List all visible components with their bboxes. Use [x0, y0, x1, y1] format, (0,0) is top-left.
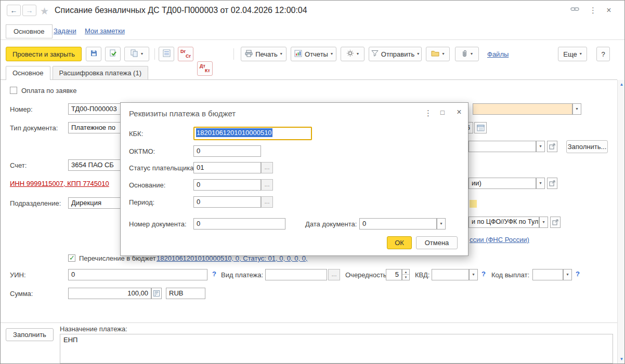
period-ellipsis-button[interactable]: ... — [261, 196, 273, 208]
nav-link-tasks[interactable]: Задачи — [54, 27, 76, 35]
kbk-selected-text: 18201061201010000510 — [196, 128, 272, 137]
reports-button[interactable]: Отчеты ▾ — [291, 47, 336, 61]
highlight-fragment — [470, 200, 477, 208]
fns-link[interactable]: ссии (ФНС России) — [470, 236, 529, 244]
treasury-account-field[interactable]: и по ЦФО//УФК по Тульско — [468, 217, 539, 228]
link-icon[interactable] — [569, 6, 580, 14]
open-icon[interactable] — [550, 217, 561, 228]
print-button[interactable]: Печать ▾ — [241, 47, 287, 61]
kbk-label: КБК: — [129, 130, 143, 138]
kvd-field[interactable] — [432, 269, 469, 280]
uin-help[interactable]: ? — [212, 270, 216, 278]
pay-by-request-checkbox[interactable] — [10, 87, 17, 94]
spin-down-icon[interactable]: ▼ — [402, 275, 409, 280]
priority-stepper[interactable]: ▲ ▼ — [402, 269, 410, 280]
scroll-down-icon[interactable]: ▼ — [618, 356, 625, 363]
register-list-icon — [163, 49, 171, 59]
close-icon[interactable]: × — [605, 6, 613, 15]
dropdown-icon[interactable]: ▾ — [437, 218, 446, 230]
dialog-more-icon[interactable]: ⋮ — [424, 109, 431, 118]
payer-status-ellipsis-button[interactable]: ... — [261, 162, 273, 173]
files-link[interactable]: Файлы — [487, 50, 509, 58]
more-actions-button[interactable]: Еще ▾ — [558, 47, 587, 61]
fill-purpose-button[interactable]: Заполнить — [6, 328, 54, 341]
post-document-button[interactable] — [105, 47, 121, 61]
tab-payment-breakdown[interactable]: Расшифровка платежа (1) — [53, 66, 148, 79]
dropdown-icon[interactable]: ▾ — [536, 178, 545, 189]
payout-code-help[interactable]: ? — [576, 270, 580, 278]
nav-section-main[interactable]: Основное — [6, 24, 53, 38]
dropdown-icon[interactable]: ▾ — [563, 269, 572, 280]
oktmo-field[interactable]: 0 — [193, 145, 261, 157]
budget-requisites-dialog: Реквизиты платежа в бюджет ⋮ □ × КБК: 18… — [120, 102, 468, 256]
report-icon — [294, 50, 302, 59]
payment-kind-ellipsis-button[interactable]: ... — [328, 269, 340, 280]
fill-requisites-button[interactable]: Заполнить... — [566, 140, 608, 153]
payment-kind-label: Вид платежа: — [221, 271, 263, 279]
send-button[interactable]: Отправить ▾ — [369, 47, 422, 61]
payout-code-field[interactable] — [532, 269, 563, 280]
dropdown-icon: ▾ — [357, 52, 359, 56]
kvd-help[interactable]: ? — [481, 270, 486, 278]
folder-button[interactable]: ▾ — [426, 47, 450, 61]
dialog-close-icon[interactable]: × — [455, 107, 463, 117]
period-field[interactable]: 0 — [193, 196, 261, 208]
scroll-up-icon[interactable]: ▲ — [618, 81, 625, 88]
calculator-icon[interactable] — [151, 288, 162, 299]
favorite-star-icon[interactable]: ★ — [40, 5, 49, 17]
recipient-combo-field[interactable] — [473, 103, 572, 115]
drcr-icon: Dr — [180, 49, 186, 54]
basis-field[interactable]: 0 — [193, 179, 261, 191]
more-menu-icon[interactable]: ⋮ — [589, 6, 596, 15]
dropdown-icon: ▾ — [417, 52, 419, 56]
dropdown-icon[interactable]: ▾ — [469, 269, 478, 280]
nav-link-notes[interactable]: Мои заметки — [85, 27, 125, 35]
settings-button[interactable]: ▾ — [341, 47, 364, 61]
save-button[interactable] — [86, 47, 101, 61]
kbk-field[interactable]: 18201061201010000510 — [193, 127, 312, 140]
inn-kpp-link[interactable]: ИНН 9999115007, КПП 7745010 — [10, 180, 109, 187]
doc-date-field[interactable]: 0 — [359, 218, 437, 230]
back-button[interactable]: ← — [7, 5, 21, 16]
doc-number-field[interactable]: 0 — [193, 218, 285, 230]
contract-field[interactable] — [468, 141, 536, 152]
amount-field[interactable]: 100,00 — [68, 288, 151, 299]
currency-field[interactable]: RUB — [166, 288, 205, 299]
priority-field[interactable]: 5 — [386, 269, 402, 280]
cancel-button[interactable]: Отмена — [416, 236, 458, 249]
forward-button[interactable]: → — [22, 5, 36, 16]
basis-ellipsis-button[interactable]: ... — [261, 179, 273, 191]
amount-label: Сумма: — [10, 290, 33, 298]
vertical-scrollbar[interactable]: ▲ ▼ — [617, 80, 625, 364]
payer-status-field[interactable]: 01 — [193, 162, 261, 173]
dropdown-icon[interactable]: ▾ — [572, 103, 581, 115]
spin-up-icon[interactable]: ▲ — [402, 269, 409, 275]
open-icon[interactable] — [547, 141, 557, 152]
recipient-bank-field[interactable]: ии) — [468, 178, 536, 189]
help-button[interactable]: ? — [596, 47, 610, 61]
doc-type-label: Тип документа: — [10, 124, 58, 132]
calendar-icon[interactable] — [474, 122, 487, 133]
open-icon[interactable] — [547, 178, 557, 189]
post-and-close-button[interactable]: Провести и закрыть — [6, 47, 82, 61]
create-based-on-button[interactable]: ▾ — [124, 47, 149, 61]
pay-by-request-label: Оплата по заявке — [21, 87, 76, 95]
register-records-button[interactable] — [159, 47, 174, 61]
dropdown-icon: ▾ — [280, 52, 282, 56]
gear-icon — [346, 49, 354, 59]
paperclip-icon — [461, 49, 468, 59]
app-window: ← → ★ Списание безналичных ДС ТД00-П0000… — [0, 0, 625, 364]
dropdown-icon[interactable]: ▾ — [536, 141, 545, 152]
purpose-textarea[interactable]: ЕНП — [60, 334, 613, 363]
toolbar-separator — [233, 48, 234, 60]
uin-field[interactable]: 0 — [68, 269, 207, 280]
payment-kind-field[interactable] — [265, 269, 327, 280]
ok-button[interactable]: ОК — [387, 236, 412, 249]
drcr-button[interactable]: Dr Cr — [178, 47, 193, 61]
number-label: Номер: — [10, 105, 33, 113]
dropdown-icon[interactable]: ▾ — [539, 217, 548, 228]
tab-main[interactable]: Основное — [6, 66, 50, 79]
dialog-maximize-icon[interactable]: □ — [439, 109, 446, 116]
budget-transfer-checkbox[interactable] — [68, 254, 75, 262]
attachments-button[interactable]: ▾ — [455, 47, 479, 61]
